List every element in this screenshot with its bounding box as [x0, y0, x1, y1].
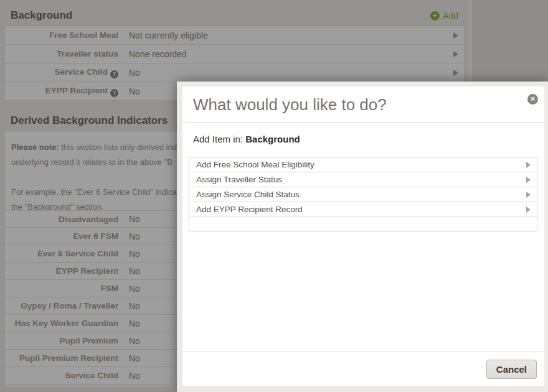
close-icon[interactable]: ×: [527, 94, 538, 105]
action-assign-traveller-status[interactable]: Assign Traveller Status: [189, 172, 537, 187]
chevron-right-icon: [526, 162, 531, 168]
modal-panel: What would you like to do? × Add Item in…: [177, 82, 548, 392]
add-item-modal: What would you like to do? × Add Item in…: [182, 86, 544, 386]
modal-context-name: Background: [245, 134, 300, 144]
action-add-eypp-recipient-record[interactable]: Add EYPP Recipient Record: [189, 202, 537, 217]
modal-title: What would you like to do?: [182, 86, 544, 114]
action-add-fsm-eligibility[interactable]: Add Free School Meal Eligibility: [189, 157, 537, 172]
modal-subtitle: Add Item in: Background: [193, 134, 534, 144]
chevron-right-icon: [526, 177, 531, 183]
chevron-right-icon: [526, 192, 531, 198]
action-list: Add Free School Meal Eligibility Assign …: [189, 157, 537, 231]
action-assign-service-child-status[interactable]: Assign Service Child Status: [189, 187, 537, 202]
modal-footer: Cancel: [182, 351, 544, 386]
modal-header: What would you like to do? ×: [182, 86, 544, 123]
chevron-right-icon: [526, 207, 531, 213]
cancel-button[interactable]: Cancel: [486, 360, 537, 379]
